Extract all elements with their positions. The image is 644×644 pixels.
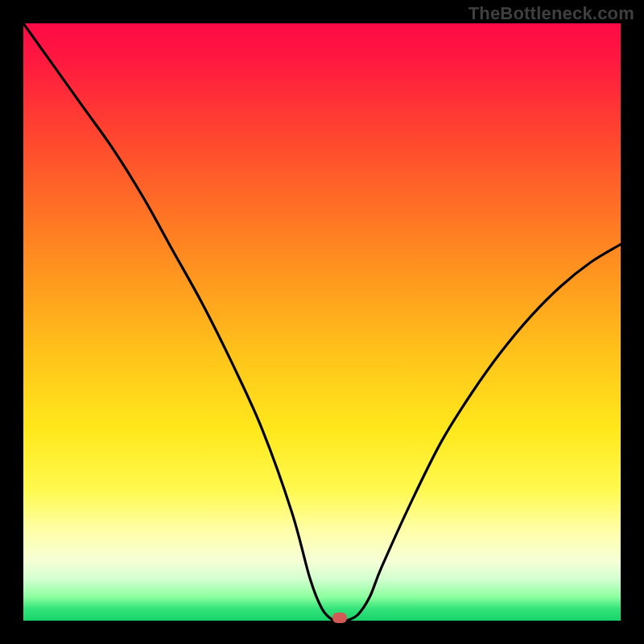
watermark-text: TheBottleneck.com xyxy=(469,3,634,24)
chart-frame: TheBottleneck.com xyxy=(0,0,644,644)
optimal-marker xyxy=(332,613,347,623)
bottleneck-curve xyxy=(23,23,621,621)
plot-area xyxy=(23,23,621,621)
